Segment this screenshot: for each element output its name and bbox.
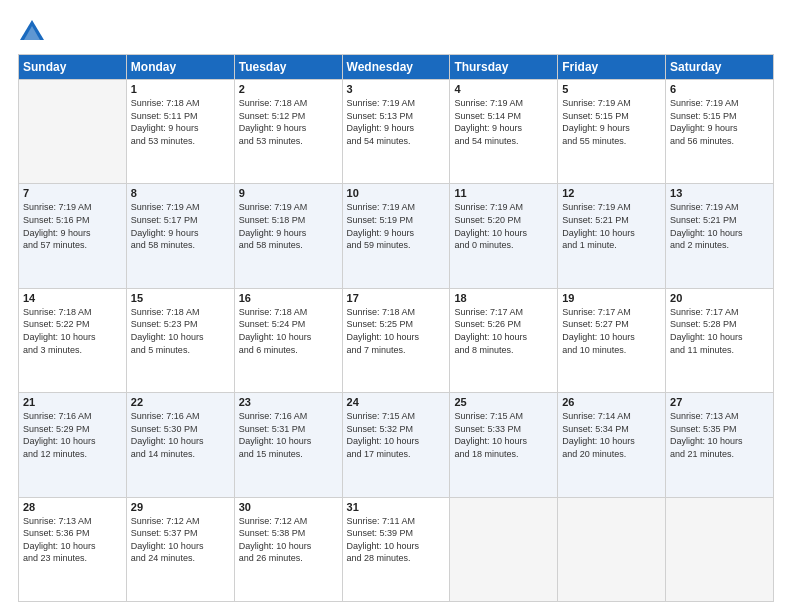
calendar-header-monday: Monday xyxy=(126,55,234,80)
day-info: Sunrise: 7:19 AMSunset: 5:17 PMDaylight:… xyxy=(131,201,230,251)
calendar-cell: 22Sunrise: 7:16 AMSunset: 5:30 PMDayligh… xyxy=(126,393,234,497)
calendar-cell xyxy=(666,497,774,601)
calendar-cell xyxy=(450,497,558,601)
calendar-cell: 14Sunrise: 7:18 AMSunset: 5:22 PMDayligh… xyxy=(19,288,127,392)
day-info: Sunrise: 7:19 AMSunset: 5:16 PMDaylight:… xyxy=(23,201,122,251)
day-info: Sunrise: 7:19 AMSunset: 5:15 PMDaylight:… xyxy=(670,97,769,147)
calendar-cell: 6Sunrise: 7:19 AMSunset: 5:15 PMDaylight… xyxy=(666,80,774,184)
calendar-header-sunday: Sunday xyxy=(19,55,127,80)
day-info: Sunrise: 7:17 AMSunset: 5:27 PMDaylight:… xyxy=(562,306,661,356)
calendar-header-friday: Friday xyxy=(558,55,666,80)
page: SundayMondayTuesdayWednesdayThursdayFrid… xyxy=(0,0,792,612)
calendar-cell: 24Sunrise: 7:15 AMSunset: 5:32 PMDayligh… xyxy=(342,393,450,497)
day-number: 27 xyxy=(670,396,769,408)
day-info: Sunrise: 7:16 AMSunset: 5:29 PMDaylight:… xyxy=(23,410,122,460)
day-info: Sunrise: 7:15 AMSunset: 5:32 PMDaylight:… xyxy=(347,410,446,460)
day-info: Sunrise: 7:19 AMSunset: 5:15 PMDaylight:… xyxy=(562,97,661,147)
calendar-cell: 11Sunrise: 7:19 AMSunset: 5:20 PMDayligh… xyxy=(450,184,558,288)
day-number: 28 xyxy=(23,501,122,513)
day-number: 1 xyxy=(131,83,230,95)
calendar-cell: 28Sunrise: 7:13 AMSunset: 5:36 PMDayligh… xyxy=(19,497,127,601)
calendar-cell: 9Sunrise: 7:19 AMSunset: 5:18 PMDaylight… xyxy=(234,184,342,288)
calendar-cell: 8Sunrise: 7:19 AMSunset: 5:17 PMDaylight… xyxy=(126,184,234,288)
day-number: 22 xyxy=(131,396,230,408)
day-number: 29 xyxy=(131,501,230,513)
day-info: Sunrise: 7:16 AMSunset: 5:31 PMDaylight:… xyxy=(239,410,338,460)
calendar-cell: 26Sunrise: 7:14 AMSunset: 5:34 PMDayligh… xyxy=(558,393,666,497)
day-info: Sunrise: 7:18 AMSunset: 5:25 PMDaylight:… xyxy=(347,306,446,356)
day-info: Sunrise: 7:19 AMSunset: 5:20 PMDaylight:… xyxy=(454,201,553,251)
calendar-cell: 15Sunrise: 7:18 AMSunset: 5:23 PMDayligh… xyxy=(126,288,234,392)
day-number: 8 xyxy=(131,187,230,199)
calendar-header-wednesday: Wednesday xyxy=(342,55,450,80)
calendar-header-row: SundayMondayTuesdayWednesdayThursdayFrid… xyxy=(19,55,774,80)
day-info: Sunrise: 7:11 AMSunset: 5:39 PMDaylight:… xyxy=(347,515,446,565)
day-number: 26 xyxy=(562,396,661,408)
day-info: Sunrise: 7:19 AMSunset: 5:21 PMDaylight:… xyxy=(670,201,769,251)
day-number: 11 xyxy=(454,187,553,199)
day-info: Sunrise: 7:18 AMSunset: 5:22 PMDaylight:… xyxy=(23,306,122,356)
day-info: Sunrise: 7:15 AMSunset: 5:33 PMDaylight:… xyxy=(454,410,553,460)
calendar-cell: 20Sunrise: 7:17 AMSunset: 5:28 PMDayligh… xyxy=(666,288,774,392)
calendar-cell: 1Sunrise: 7:18 AMSunset: 5:11 PMDaylight… xyxy=(126,80,234,184)
calendar-cell: 31Sunrise: 7:11 AMSunset: 5:39 PMDayligh… xyxy=(342,497,450,601)
day-info: Sunrise: 7:19 AMSunset: 5:13 PMDaylight:… xyxy=(347,97,446,147)
day-info: Sunrise: 7:13 AMSunset: 5:36 PMDaylight:… xyxy=(23,515,122,565)
calendar-cell: 12Sunrise: 7:19 AMSunset: 5:21 PMDayligh… xyxy=(558,184,666,288)
day-number: 5 xyxy=(562,83,661,95)
day-info: Sunrise: 7:12 AMSunset: 5:38 PMDaylight:… xyxy=(239,515,338,565)
calendar-cell: 23Sunrise: 7:16 AMSunset: 5:31 PMDayligh… xyxy=(234,393,342,497)
day-number: 7 xyxy=(23,187,122,199)
calendar-cell: 7Sunrise: 7:19 AMSunset: 5:16 PMDaylight… xyxy=(19,184,127,288)
day-info: Sunrise: 7:17 AMSunset: 5:28 PMDaylight:… xyxy=(670,306,769,356)
calendar-week-row: 14Sunrise: 7:18 AMSunset: 5:22 PMDayligh… xyxy=(19,288,774,392)
logo xyxy=(18,18,50,46)
calendar-cell: 27Sunrise: 7:13 AMSunset: 5:35 PMDayligh… xyxy=(666,393,774,497)
day-info: Sunrise: 7:18 AMSunset: 5:24 PMDaylight:… xyxy=(239,306,338,356)
day-info: Sunrise: 7:14 AMSunset: 5:34 PMDaylight:… xyxy=(562,410,661,460)
day-number: 14 xyxy=(23,292,122,304)
day-info: Sunrise: 7:18 AMSunset: 5:23 PMDaylight:… xyxy=(131,306,230,356)
calendar-cell xyxy=(19,80,127,184)
day-number: 18 xyxy=(454,292,553,304)
day-number: 17 xyxy=(347,292,446,304)
day-number: 24 xyxy=(347,396,446,408)
calendar-cell: 18Sunrise: 7:17 AMSunset: 5:26 PMDayligh… xyxy=(450,288,558,392)
day-info: Sunrise: 7:13 AMSunset: 5:35 PMDaylight:… xyxy=(670,410,769,460)
day-info: Sunrise: 7:18 AMSunset: 5:12 PMDaylight:… xyxy=(239,97,338,147)
day-number: 9 xyxy=(239,187,338,199)
day-info: Sunrise: 7:19 AMSunset: 5:14 PMDaylight:… xyxy=(454,97,553,147)
day-info: Sunrise: 7:19 AMSunset: 5:18 PMDaylight:… xyxy=(239,201,338,251)
calendar-week-row: 1Sunrise: 7:18 AMSunset: 5:11 PMDaylight… xyxy=(19,80,774,184)
day-number: 31 xyxy=(347,501,446,513)
calendar-table: SundayMondayTuesdayWednesdayThursdayFrid… xyxy=(18,54,774,602)
calendar-header-saturday: Saturday xyxy=(666,55,774,80)
calendar-cell: 3Sunrise: 7:19 AMSunset: 5:13 PMDaylight… xyxy=(342,80,450,184)
day-number: 16 xyxy=(239,292,338,304)
day-number: 4 xyxy=(454,83,553,95)
day-number: 21 xyxy=(23,396,122,408)
day-number: 20 xyxy=(670,292,769,304)
day-number: 3 xyxy=(347,83,446,95)
day-info: Sunrise: 7:16 AMSunset: 5:30 PMDaylight:… xyxy=(131,410,230,460)
day-number: 19 xyxy=(562,292,661,304)
calendar-week-row: 28Sunrise: 7:13 AMSunset: 5:36 PMDayligh… xyxy=(19,497,774,601)
day-info: Sunrise: 7:19 AMSunset: 5:21 PMDaylight:… xyxy=(562,201,661,251)
calendar-cell: 2Sunrise: 7:18 AMSunset: 5:12 PMDaylight… xyxy=(234,80,342,184)
day-number: 30 xyxy=(239,501,338,513)
calendar-cell: 13Sunrise: 7:19 AMSunset: 5:21 PMDayligh… xyxy=(666,184,774,288)
header xyxy=(18,18,774,46)
day-info: Sunrise: 7:19 AMSunset: 5:19 PMDaylight:… xyxy=(347,201,446,251)
calendar-cell: 5Sunrise: 7:19 AMSunset: 5:15 PMDaylight… xyxy=(558,80,666,184)
calendar-cell: 16Sunrise: 7:18 AMSunset: 5:24 PMDayligh… xyxy=(234,288,342,392)
day-number: 6 xyxy=(670,83,769,95)
calendar-cell: 21Sunrise: 7:16 AMSunset: 5:29 PMDayligh… xyxy=(19,393,127,497)
day-number: 10 xyxy=(347,187,446,199)
day-number: 15 xyxy=(131,292,230,304)
day-info: Sunrise: 7:12 AMSunset: 5:37 PMDaylight:… xyxy=(131,515,230,565)
calendar-cell: 25Sunrise: 7:15 AMSunset: 5:33 PMDayligh… xyxy=(450,393,558,497)
calendar-cell: 29Sunrise: 7:12 AMSunset: 5:37 PMDayligh… xyxy=(126,497,234,601)
calendar-header-tuesday: Tuesday xyxy=(234,55,342,80)
calendar-week-row: 7Sunrise: 7:19 AMSunset: 5:16 PMDaylight… xyxy=(19,184,774,288)
calendar-week-row: 21Sunrise: 7:16 AMSunset: 5:29 PMDayligh… xyxy=(19,393,774,497)
